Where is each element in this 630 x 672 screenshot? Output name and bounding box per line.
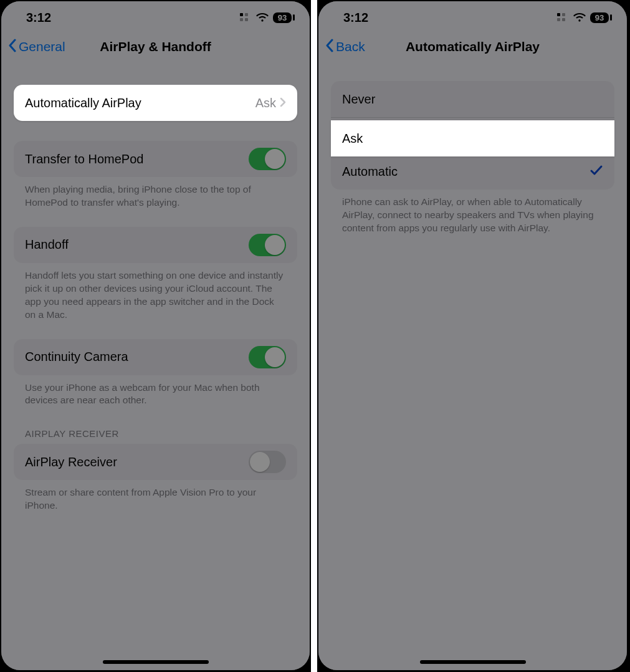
transfer-switch[interactable]	[249, 148, 286, 170]
apps-icon	[556, 12, 569, 22]
continuity-footer: Use your iPhone as a webcam for your Mac…	[14, 375, 297, 408]
battery-level: 93	[590, 12, 609, 23]
transfer-row[interactable]: Transfer to HomePod	[14, 141, 297, 177]
handoff-group: Handoff	[14, 227, 297, 263]
back-label: General	[19, 39, 65, 54]
receiver-row[interactable]: AirPlay Receiver	[14, 444, 297, 480]
svg-rect-0	[240, 13, 243, 16]
handoff-label: Handoff	[25, 238, 249, 252]
receiver-switch[interactable]	[249, 451, 286, 473]
nav-header: General AirPlay & Handoff	[1, 31, 310, 62]
handoff-row[interactable]: Handoff	[14, 227, 297, 263]
svg-rect-5	[562, 13, 565, 16]
wifi-icon	[255, 12, 269, 22]
status-time: 3:12	[26, 11, 51, 25]
home-indicator	[420, 660, 526, 664]
transfer-footer: When playing media, bring iPhone close t…	[14, 177, 297, 209]
status-bar: 3:12 93	[318, 1, 627, 31]
phone-right: 3:12 93 Back Automati	[318, 1, 627, 670]
option-ask-highlight[interactable]: Ask	[331, 120, 614, 156]
back-button[interactable]: Back	[325, 39, 365, 55]
continuity-group: Continuity Camera	[14, 339, 297, 375]
chevron-left-icon	[7, 39, 17, 55]
battery-level: 93	[273, 12, 292, 23]
back-label: Back	[336, 39, 365, 54]
option-automatic-label: Automatic	[342, 165, 589, 179]
continuity-row[interactable]: Continuity Camera	[14, 339, 297, 375]
battery-icon: 93	[273, 12, 295, 23]
auto-airplay-value: Ask	[255, 96, 276, 110]
phone-left: 3:12 93 General	[1, 1, 310, 670]
svg-rect-1	[245, 13, 248, 16]
continuity-label: Continuity Camera	[25, 350, 249, 364]
svg-rect-4	[557, 13, 560, 16]
auto-airplay-row-highlight[interactable]: Automatically AirPlay Ask	[14, 85, 297, 121]
svg-rect-7	[562, 18, 565, 21]
receiver-footer: Stream or share content from Apple Visio…	[14, 480, 297, 512]
chevron-right-icon	[280, 96, 286, 110]
status-time: 3:12	[343, 11, 368, 25]
handoff-switch[interactable]	[249, 234, 286, 256]
transfer-group: Transfer to HomePod	[14, 141, 297, 177]
chevron-left-icon	[325, 39, 335, 55]
apps-icon	[239, 12, 252, 22]
option-never-label: Never	[342, 92, 603, 107]
wifi-icon	[573, 12, 586, 22]
option-automatic[interactable]: Automatic	[331, 153, 614, 190]
nav-header: Back Automatically AirPlay	[318, 31, 627, 62]
handoff-footer: Handoff lets you start something on one …	[14, 263, 297, 322]
receiver-group: AirPlay Receiver	[14, 444, 297, 480]
receiver-section-header: AIRPLAY RECEIVER	[14, 407, 297, 444]
check-icon	[589, 164, 603, 180]
home-indicator	[103, 660, 209, 664]
svg-rect-2	[240, 18, 243, 21]
option-never[interactable]: Never	[331, 81, 614, 117]
option-ask-label-highlight: Ask	[342, 132, 603, 146]
receiver-label: AirPlay Receiver	[25, 455, 249, 469]
battery-icon: 93	[590, 12, 612, 23]
back-button[interactable]: General	[7, 39, 65, 55]
status-bar: 3:12 93	[1, 1, 310, 31]
transfer-label: Transfer to HomePod	[25, 152, 249, 166]
auto-airplay-label: Automatically AirPlay	[25, 96, 255, 110]
svg-rect-6	[557, 18, 560, 21]
svg-rect-3	[245, 18, 248, 21]
options-footer: iPhone can ask to AirPlay, or when able …	[331, 190, 614, 235]
continuity-switch[interactable]	[249, 346, 286, 368]
